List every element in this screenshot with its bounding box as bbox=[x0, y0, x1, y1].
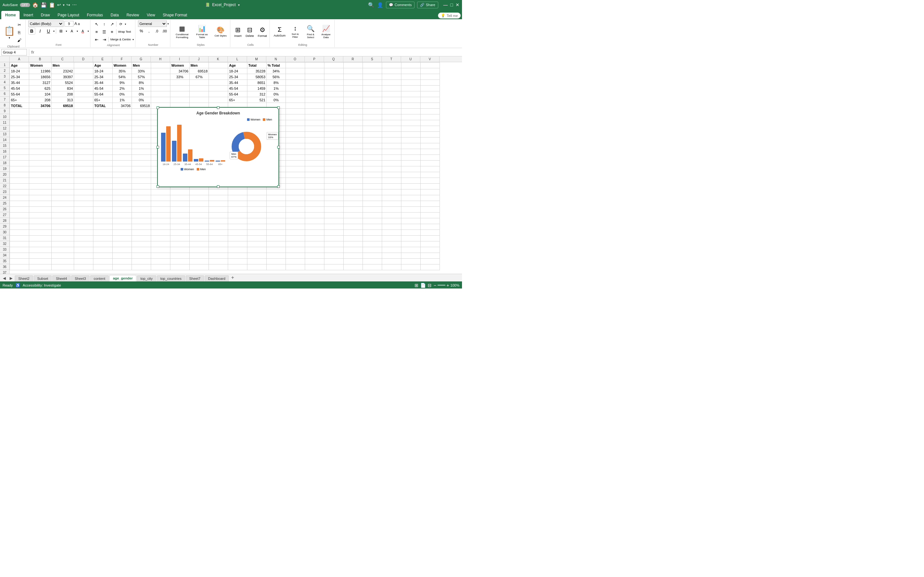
tell-me[interactable]: 💡 Tell me bbox=[438, 13, 461, 19]
share-button[interactable]: 🔗 Share bbox=[417, 2, 438, 8]
cell-B4[interactable]: 3127 bbox=[29, 80, 52, 85]
cell-A8[interactable]: TOTAL bbox=[10, 103, 29, 109]
row-num-29[interactable]: 29 bbox=[0, 224, 9, 229]
tab-data[interactable]: Data bbox=[107, 11, 123, 19]
row-num-3[interactable]: 3 bbox=[0, 74, 9, 79]
file-dropdown[interactable]: ▾ bbox=[238, 3, 240, 7]
decrease-decimal[interactable]: .00 bbox=[161, 27, 168, 35]
number-format-select[interactable]: General bbox=[138, 21, 167, 27]
cell-G2[interactable]: 33% bbox=[132, 68, 151, 74]
cell-N1[interactable]: % Total bbox=[267, 63, 286, 68]
cell-E3[interactable]: 25-34 bbox=[94, 74, 113, 80]
cell-H2[interactable] bbox=[151, 68, 170, 74]
row-num-22[interactable]: 22 bbox=[0, 183, 9, 189]
row-num-14[interactable]: 14 bbox=[0, 137, 9, 143]
cell-B2[interactable]: 11986 bbox=[29, 68, 52, 74]
minimize-icon[interactable]: — bbox=[443, 2, 448, 7]
col-header-N[interactable]: N bbox=[266, 56, 286, 62]
cell-S2[interactable] bbox=[363, 68, 382, 74]
comma-button[interactable]: , bbox=[145, 27, 153, 35]
cell-K1[interactable] bbox=[209, 63, 228, 68]
cell-H1[interactable] bbox=[151, 63, 170, 68]
cell-K2[interactable] bbox=[209, 68, 228, 74]
cell-B6[interactable]: 104 bbox=[29, 91, 52, 97]
row-num-13[interactable]: 13 bbox=[0, 131, 9, 137]
accessibility-status[interactable]: Accessibility: Investigate bbox=[23, 284, 61, 287]
row-num-30[interactable]: 30 bbox=[0, 229, 9, 235]
cell-N7[interactable]: 0% bbox=[267, 97, 286, 103]
cell-F8[interactable]: 34706 bbox=[113, 103, 132, 109]
row-num-1[interactable]: 1 bbox=[0, 62, 9, 68]
sheet-tab-dashboard[interactable]: Dashboard bbox=[205, 276, 229, 282]
cell-C6[interactable]: 208 bbox=[52, 91, 74, 97]
italic-button[interactable]: I bbox=[37, 27, 44, 35]
cell-O2[interactable] bbox=[286, 68, 305, 74]
col-header-L[interactable]: L bbox=[228, 56, 247, 62]
cell-E7[interactable]: 65+ bbox=[94, 97, 113, 103]
cell-L4[interactable]: 35-44 bbox=[228, 80, 247, 85]
cell-M3[interactable]: 58053 bbox=[247, 74, 267, 80]
cell-L6[interactable]: 55-64 bbox=[228, 91, 247, 97]
cell-F7[interactable]: 1% bbox=[113, 97, 132, 103]
cell-F4[interactable]: 9% bbox=[113, 80, 132, 85]
col-header-I[interactable]: I bbox=[170, 56, 189, 62]
more-icon[interactable]: ⋯ bbox=[72, 2, 77, 7]
col-header-M[interactable]: M bbox=[247, 56, 266, 62]
cell-L7[interactable]: 65+ bbox=[228, 97, 247, 103]
zoom-in-button[interactable]: + bbox=[447, 283, 449, 288]
cell-D1[interactable] bbox=[74, 63, 94, 68]
format-dropdown[interactable]: ▾ bbox=[168, 23, 169, 25]
tab-page-layout[interactable]: Page Layout bbox=[53, 11, 83, 19]
underline-button[interactable]: U bbox=[45, 27, 52, 35]
cell-N2[interactable]: 34% bbox=[267, 68, 286, 74]
tab-view[interactable]: View bbox=[143, 11, 159, 19]
row-num-24[interactable]: 24 bbox=[0, 195, 9, 201]
sheet-tab-sheet2[interactable]: Sheet2 bbox=[15, 276, 33, 282]
row-num-16[interactable]: 16 bbox=[0, 149, 9, 155]
cell-L5[interactable]: 45-54 bbox=[228, 85, 247, 91]
row-num-6[interactable]: 6 bbox=[0, 91, 9, 97]
orient-button[interactable]: ⟳ bbox=[117, 21, 124, 27]
cell-C5[interactable]: 834 bbox=[52, 85, 74, 91]
cell-C4[interactable]: 5524 bbox=[52, 80, 74, 85]
cell-I1[interactable]: Women bbox=[170, 63, 190, 68]
cell-P2[interactable] bbox=[305, 68, 325, 74]
sheet-tab-content[interactable]: content bbox=[90, 276, 109, 282]
row-num-12[interactable]: 12 bbox=[0, 126, 9, 131]
merge-dropdown[interactable]: ▾ bbox=[132, 38, 134, 41]
cell-M7[interactable]: 521 bbox=[247, 97, 267, 103]
handle-bl[interactable] bbox=[157, 185, 159, 188]
row-num-4[interactable]: 4 bbox=[0, 79, 9, 85]
cell-U2[interactable] bbox=[401, 68, 421, 74]
underline-dropdown[interactable]: ▾ bbox=[53, 30, 55, 33]
tab-insert[interactable]: Insert bbox=[19, 11, 37, 19]
tab-draw[interactable]: Draw bbox=[37, 11, 53, 19]
close-icon[interactable]: ✕ bbox=[456, 2, 459, 7]
add-sheet-button[interactable]: + bbox=[229, 274, 236, 282]
row-num-36[interactable]: 36 bbox=[0, 264, 9, 270]
cell-F3[interactable]: 54% bbox=[113, 74, 132, 80]
cell-U1[interactable] bbox=[401, 63, 421, 68]
cell-E6[interactable]: 55-64 bbox=[94, 91, 113, 97]
row-num-35[interactable]: 35 bbox=[0, 258, 9, 264]
cell-P1[interactable] bbox=[305, 63, 325, 68]
cell-E5[interactable]: 45-54 bbox=[94, 85, 113, 91]
cell-G6[interactable]: 0% bbox=[132, 91, 151, 97]
font-color-button[interactable]: A bbox=[79, 27, 86, 35]
cell-S1[interactable] bbox=[363, 63, 382, 68]
tab-home[interactable]: Home bbox=[1, 11, 19, 19]
cell-Q1[interactable] bbox=[325, 63, 344, 68]
save2-icon[interactable]: 📋 bbox=[49, 2, 55, 8]
cell-E8[interactable]: TOTAL bbox=[94, 103, 113, 109]
align-center[interactable]: ☰ bbox=[101, 28, 108, 35]
align-left[interactable]: ≡ bbox=[93, 28, 100, 35]
wrap-text-button[interactable]: Wrap Text bbox=[117, 28, 132, 35]
home-icon[interactable]: 🏠 bbox=[32, 2, 39, 8]
cell-T2[interactable] bbox=[382, 68, 401, 74]
redo-icon[interactable]: ↪ bbox=[66, 2, 70, 7]
sheet-tab-sheet7[interactable]: Sheet7 bbox=[186, 276, 204, 282]
cell-R1[interactable] bbox=[344, 63, 363, 68]
font-size-up[interactable]: A bbox=[74, 21, 77, 26]
row-num-8[interactable]: 8 bbox=[0, 103, 9, 108]
col-header-G[interactable]: G bbox=[132, 56, 151, 62]
